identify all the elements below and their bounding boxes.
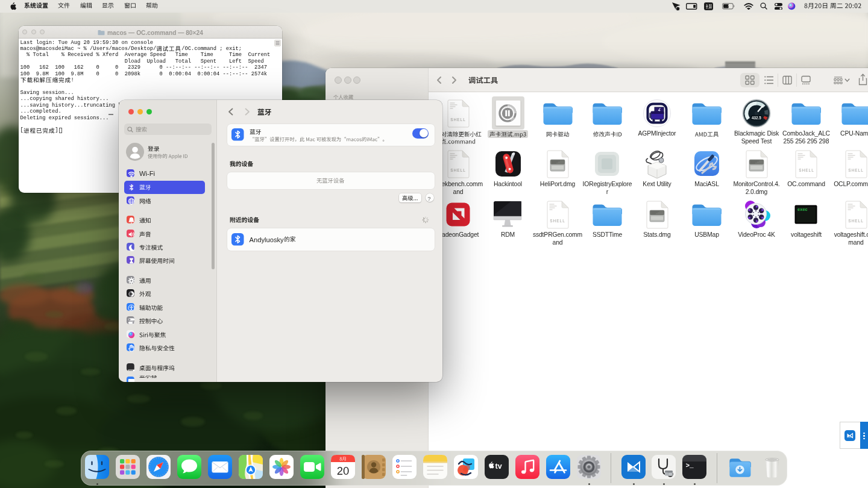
svg-text:>_: >_ — [686, 462, 694, 469]
svg-text:exec: exec — [797, 207, 808, 212]
svg-text:20: 20 — [337, 465, 350, 477]
svg-text:tv: tv — [495, 462, 502, 471]
svg-text:432.5: 432.5 — [752, 116, 761, 120]
